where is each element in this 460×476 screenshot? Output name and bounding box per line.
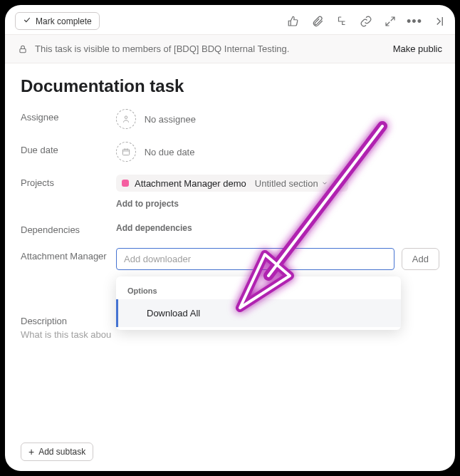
attachment-manager-row: Attachment Manager Add Options Download … [21, 248, 439, 270]
chevron-down-icon [321, 180, 328, 187]
attachment-manager-dropdown: Options Download All [116, 276, 401, 330]
mark-complete-label: Mark complete [36, 16, 92, 26]
project-section-selector[interactable]: Untitled section [255, 178, 328, 189]
attachment-manager-value: Add Options Download All [116, 248, 439, 270]
person-icon [116, 109, 136, 129]
dependencies-value: Add dependencies [116, 222, 439, 233]
project-section-label: Untitled section [255, 178, 318, 189]
visibility-bar: This task is visible to members of [BDQ]… [5, 34, 455, 63]
due-date-label: Due date [21, 142, 116, 155]
add-subtask-button[interactable]: + Add subtask [21, 443, 93, 461]
calendar-icon [116, 142, 136, 162]
project-name: Attachment Manager demo [135, 178, 246, 189]
project-chip[interactable]: Attachment Manager demo Untitled section… [116, 175, 348, 192]
project-color-swatch [122, 180, 129, 187]
more-icon[interactable]: ••• [408, 15, 421, 28]
visibility-message: This task is visible to members of [BDQ]… [35, 43, 289, 54]
svg-point-1 [125, 116, 127, 119]
description-label: Description [21, 313, 116, 326]
assignee-row: Assignee No assignee [21, 109, 439, 129]
svg-rect-0 [20, 48, 26, 52]
dropdown-item-download-all[interactable]: Download All [116, 299, 401, 327]
attachment-manager-label: Attachment Manager [21, 248, 116, 262]
due-date-text: No due date [145, 147, 195, 157]
check-icon [23, 16, 31, 26]
subtask-icon[interactable] [335, 15, 348, 28]
description-placeholder[interactable]: What is this task abou [21, 329, 439, 340]
bottom-bar: + Add subtask [21, 443, 93, 461]
add-to-projects-button[interactable]: Add to projects [116, 199, 439, 209]
mark-complete-button[interactable]: Mark complete [15, 12, 100, 30]
attachment-manager-input[interactable] [116, 248, 394, 270]
plus-icon: + [28, 447, 34, 457]
dependencies-label: Dependencies [21, 222, 116, 235]
task-pane: Mark complete ••• [5, 5, 455, 471]
attachment-manager-add-button[interactable]: Add [402, 248, 439, 270]
task-title[interactable]: Documentation task [21, 76, 439, 96]
close-panel-icon[interactable] [432, 15, 445, 28]
make-public-button[interactable]: Make public [393, 43, 442, 54]
assignee-value[interactable]: No assignee [116, 109, 439, 129]
remove-project-icon[interactable]: × [337, 177, 343, 189]
svg-rect-2 [122, 150, 129, 155]
add-dependencies-button[interactable]: Add dependencies [116, 222, 439, 233]
assignee-label: Assignee [21, 109, 116, 123]
due-date-value[interactable]: No due date [116, 142, 439, 162]
thumbs-up-icon[interactable] [287, 15, 300, 28]
dependencies-row: Dependencies Add dependencies [21, 222, 439, 235]
add-subtask-label: Add subtask [38, 447, 85, 457]
lock-icon [18, 44, 28, 54]
projects-row: Projects Attachment Manager demo Untitle… [21, 175, 439, 209]
toolbar-right: ••• [287, 15, 445, 28]
link-icon[interactable] [360, 15, 372, 28]
dropdown-header: Options [116, 282, 401, 299]
top-toolbar: Mark complete ••• [5, 5, 455, 34]
attachment-icon[interactable] [311, 15, 324, 28]
due-date-row: Due date No due date [21, 142, 439, 162]
expand-icon[interactable] [384, 15, 397, 28]
task-content: Documentation task Assignee No assignee … [5, 63, 455, 353]
projects-value: Attachment Manager demo Untitled section… [116, 175, 439, 209]
projects-label: Projects [21, 175, 116, 188]
assignee-text: No assignee [145, 114, 196, 125]
